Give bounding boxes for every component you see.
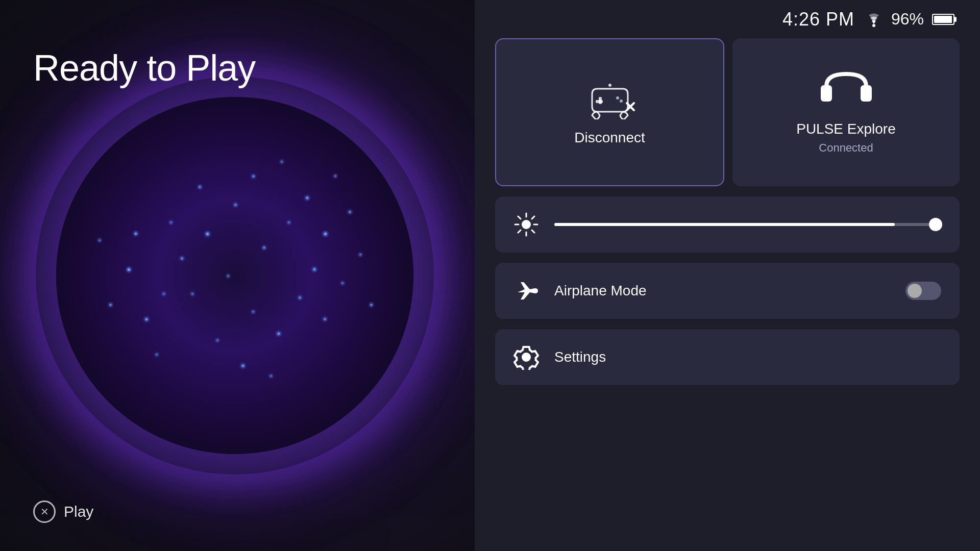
svg-line-16 (532, 230, 534, 233)
brightness-icon (513, 212, 539, 237)
svg-point-4 (620, 99, 623, 103)
ready-to-play-title: Ready to Play (33, 47, 255, 89)
wifi-icon (865, 12, 883, 27)
svg-line-15 (518, 216, 521, 219)
disconnect-card[interactable]: Disconnect (495, 38, 724, 186)
svg-line-17 (532, 216, 534, 219)
status-time: 4:26 PM (782, 9, 854, 30)
svg-rect-2 (596, 100, 603, 103)
disconnect-label: Disconnect (574, 130, 645, 146)
svg-point-3 (616, 96, 619, 99)
pulse-label: PULSE Explore (796, 121, 896, 137)
svg-point-10 (522, 220, 531, 229)
settings-icon (513, 344, 539, 370)
play-label: Play (64, 503, 93, 520)
toggle-knob (908, 284, 922, 298)
airplane-icon (513, 278, 539, 304)
brightness-row[interactable] (495, 196, 960, 253)
pulse-sublabel: Connected (819, 141, 873, 155)
controller-disconnect-icon (584, 79, 635, 119)
x-button-icon: ✕ (33, 500, 56, 523)
svg-line-18 (518, 230, 521, 233)
battery-icon (932, 14, 954, 25)
airplane-mode-row[interactable]: Airplane Mode (495, 263, 960, 319)
airplane-mode-label: Airplane Mode (554, 283, 890, 299)
cards-row: Disconnect PULSE Explore Connected (495, 38, 960, 186)
svg-point-0 (872, 24, 875, 27)
svg-point-5 (608, 84, 611, 87)
play-button[interactable]: ✕ Play (33, 500, 93, 523)
brightness-slider[interactable] (554, 223, 941, 226)
airplane-mode-toggle[interactable] (905, 282, 941, 300)
status-bar: 4:26 PM 96% (495, 0, 960, 38)
pulse-card[interactable]: PULSE Explore Connected (732, 38, 960, 186)
headset-icon (818, 70, 874, 111)
disconnect-icon-wrap (584, 79, 635, 119)
right-panel: 4:26 PM 96% (475, 0, 980, 551)
planet-visual (41, 82, 429, 469)
status-icons: 96% (865, 10, 954, 29)
battery-percent: 96% (891, 10, 924, 29)
settings-label: Settings (554, 349, 941, 365)
settings-row[interactable]: Settings (495, 329, 960, 385)
